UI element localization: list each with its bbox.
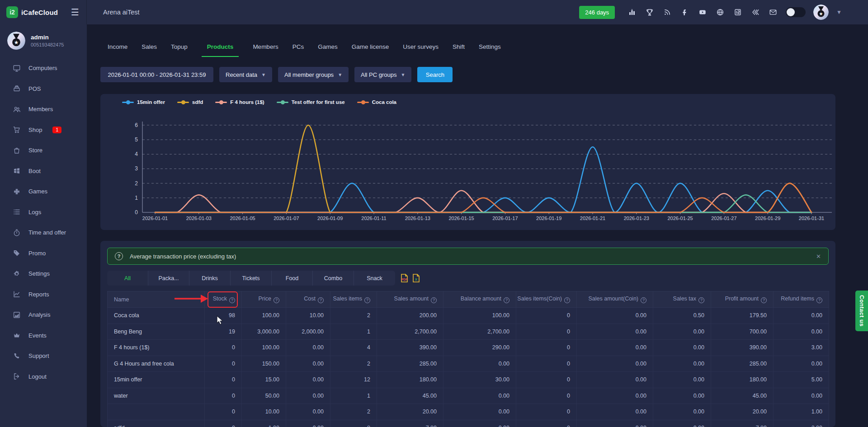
table-cell: 0.00	[443, 404, 516, 420]
icafe-logo-icon[interactable]	[733, 7, 743, 17]
tab-products[interactable]: Products	[202, 43, 239, 57]
user-avatar[interactable]: ★	[813, 5, 829, 20]
tab-game-license[interactable]: Game license	[352, 43, 389, 57]
category-tab-food[interactable]: Food	[272, 271, 313, 286]
table-row[interactable]: water050.000.00145.000.0000.000.0045.000…	[108, 388, 829, 404]
theme-toggle[interactable]	[786, 7, 806, 17]
rss-icon[interactable]	[662, 7, 672, 17]
column-header-balance-amount[interactable]: Balance amount?	[443, 291, 516, 308]
chevron-down-icon[interactable]: ▼	[836, 9, 842, 15]
sidebar-item-promo[interactable]: Promo	[0, 243, 87, 264]
legend-item[interactable]: Coca cola	[357, 99, 396, 105]
tab-shift[interactable]: Shift	[453, 43, 465, 57]
column-header-sales-amount[interactable]: Sales amount?	[377, 291, 443, 308]
table-row[interactable]: G 4 Hours and free cola0150.000.002285.0…	[108, 356, 829, 372]
member-group-select[interactable]: All member groups▼	[278, 67, 349, 82]
category-tab-snack[interactable]: Snack	[354, 271, 395, 286]
sidebar-item-logout[interactable]: Logout	[0, 366, 87, 387]
sidebar-item-games[interactable]: Games	[0, 181, 87, 202]
legend-marker	[277, 102, 288, 103]
table-row[interactable]: Beng Beng193,000.002,000.0012,700.002,70…	[108, 324, 829, 340]
table-cell: sdfd	[108, 420, 205, 427]
column-header-name[interactable]: Name	[108, 291, 205, 308]
facebook-icon[interactable]	[680, 7, 690, 17]
page-title: Arena aiTest	[103, 9, 140, 16]
sidebar-item-computers[interactable]: Computers	[0, 58, 87, 79]
ranking-icon[interactable]	[627, 7, 637, 17]
sidebar-item-members[interactable]: Members	[0, 99, 87, 120]
sidebar-item-label: POS	[28, 85, 41, 92]
sidebar-item-support[interactable]: Support	[0, 346, 87, 366]
tab-topup[interactable]: Topup	[171, 43, 188, 57]
column-header-price[interactable]: Price?	[242, 291, 286, 308]
sidebar-item-settings[interactable]: Settings	[0, 263, 87, 284]
tab-pcs[interactable]: PCs	[292, 43, 304, 57]
table-row[interactable]: sdfd01.000.0087.800.0000.000.007.802.00	[108, 420, 829, 427]
data-mode-select[interactable]: Recent data▼	[219, 67, 272, 82]
sidebar-item-analysis[interactable]: Analysis	[0, 305, 87, 325]
table-cell: 0	[205, 356, 242, 372]
hamburger-menu-icon[interactable]: ☰	[71, 8, 79, 17]
subscription-days-badge[interactable]: 246 days	[579, 6, 615, 19]
tab-games[interactable]: Games	[318, 43, 338, 57]
column-header-cost[interactable]: Cost?	[286, 291, 330, 308]
sidebar-item-pos[interactable]: POS	[0, 79, 87, 99]
brand-logo[interactable]: i2 iCafeCloud	[6, 6, 58, 18]
sidebar-item-reports[interactable]: Reports	[0, 284, 87, 305]
category-tab-packa[interactable]: Packa...	[148, 271, 189, 286]
legend-item[interactable]: Test offer for first use	[277, 99, 345, 105]
search-button[interactable]: Search	[417, 67, 453, 82]
layers-icon[interactable]	[750, 7, 760, 17]
category-tab-drinks[interactable]: Drinks	[189, 271, 231, 286]
table-cell: 0.00	[653, 404, 711, 420]
trophy-icon[interactable]	[645, 7, 655, 17]
column-header-sales-items[interactable]: Sales items?	[330, 291, 377, 308]
column-header-refund-items[interactable]: Refund items?	[774, 291, 829, 308]
sidebar-item-time-and-offer[interactable]: Time and offer	[0, 222, 87, 243]
category-tab-tickets[interactable]: Tickets	[231, 271, 272, 286]
tab-user-surveys[interactable]: User surveys	[403, 43, 439, 57]
table-cell: 0.00	[443, 420, 516, 427]
mail-icon[interactable]	[768, 7, 778, 17]
sidebar-item-shop[interactable]: Shop1	[0, 120, 87, 141]
sidebar-item-events[interactable]: Events	[0, 325, 87, 346]
sidebar-item-store[interactable]: Store	[0, 140, 87, 161]
close-icon[interactable]: ✕	[816, 253, 821, 260]
sidebar-item-boot[interactable]: Boot	[0, 161, 87, 182]
legend-item[interactable]: sdfd	[177, 99, 203, 105]
column-header-sales-tax[interactable]: Sales tax?	[653, 291, 711, 308]
column-header-sales-items-coin-[interactable]: Sales items(Coin)?	[516, 291, 577, 308]
category-tab-all[interactable]: All	[107, 271, 148, 286]
column-header-profit-amount[interactable]: Profit amount?	[711, 291, 774, 308]
table-row[interactable]: 15min offer015.000.0012180.0030.0000.000…	[108, 372, 829, 388]
contact-us-button[interactable]: Contact us	[855, 291, 868, 331]
table-row[interactable]: 010.000.00220.000.0000.000.0020.001.00	[108, 404, 829, 420]
legend-item[interactable]: F 4 hours (1$)	[215, 99, 264, 105]
excel-export-icon[interactable]: X	[412, 274, 420, 282]
legend-marker	[177, 102, 189, 103]
pdf-export-icon[interactable]: PDF	[401, 274, 408, 282]
table-cell: 290.00	[443, 340, 516, 356]
chevron-down-icon: ▼	[261, 72, 266, 77]
column-header-sales-amount-coin-[interactable]: Sales amount(Coin)?	[577, 291, 653, 308]
pc-group-select[interactable]: All PC groups▼	[354, 67, 411, 82]
table-cell: 0.00	[653, 372, 711, 388]
table-row[interactable]: F 4 hours (1$)0100.000.004390.00290.0000…	[108, 340, 829, 356]
table-cell: 7.80	[377, 420, 443, 427]
help-icon[interactable]: ?	[115, 252, 123, 260]
column-header-stock[interactable]: Stock?	[205, 291, 242, 308]
table-row[interactable]: Coca cola98100.0010.002200.00100.0000.00…	[108, 308, 829, 324]
globe-icon[interactable]	[715, 7, 725, 17]
sidebar-item-logs[interactable]: Logs	[0, 202, 87, 223]
table-cell: 8	[330, 420, 377, 427]
category-tab-combo[interactable]: Combo	[313, 271, 354, 286]
tab-members[interactable]: Members	[253, 43, 278, 57]
tab-sales[interactable]: Sales	[142, 43, 157, 57]
sidebar-item-label: Logs	[28, 209, 41, 216]
legend-item[interactable]: 15min offer	[122, 99, 165, 105]
tab-income[interactable]: Income	[108, 43, 127, 57]
date-range-input[interactable]: 2026-01-01 00:00 - 2026-01-31 23:59	[100, 67, 213, 82]
sidebar-user[interactable]: ★ admin 005193482475	[0, 24, 87, 54]
youtube-icon[interactable]	[698, 7, 708, 17]
tab-settings[interactable]: Settings	[479, 43, 501, 57]
